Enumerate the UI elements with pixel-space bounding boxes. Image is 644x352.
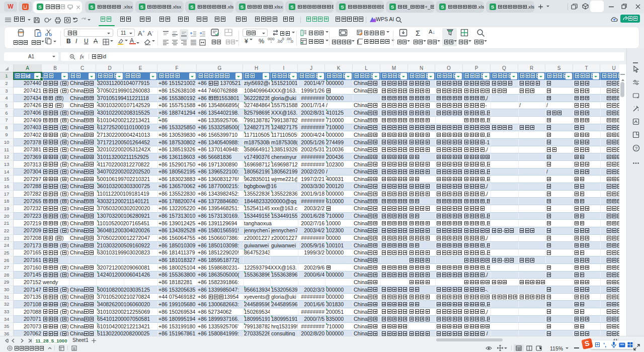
svg-text:?: ?: [635, 146, 637, 151]
